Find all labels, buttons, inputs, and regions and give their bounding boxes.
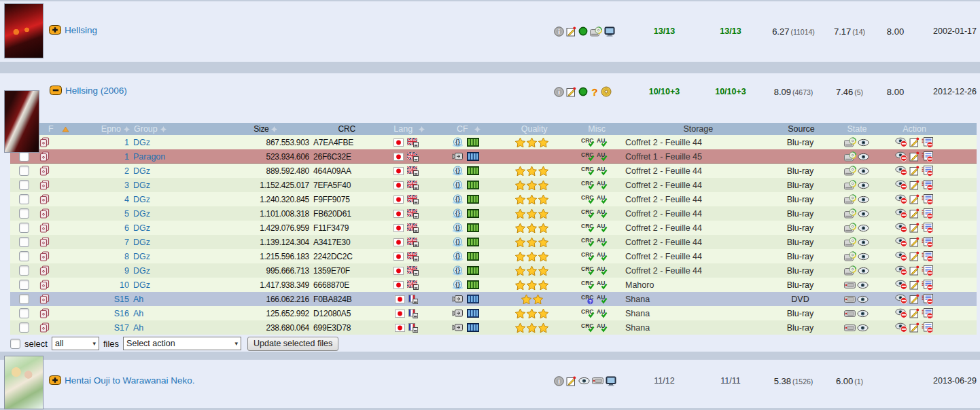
remove-mylist-icon[interactable]	[922, 151, 933, 162]
monitor-icon[interactable]	[604, 26, 615, 37]
release-group-link[interactable]: Paragon	[133, 152, 165, 162]
remove-mylist-icon[interactable]	[922, 223, 933, 234]
remove-mylist-icon[interactable]	[922, 294, 933, 305]
episode-number-link[interactable]: 6	[124, 223, 129, 233]
release-group-link[interactable]: Ah	[133, 295, 143, 304]
release-group-link[interactable]: DGz	[133, 166, 150, 176]
remove-mylist-icon[interactable]	[922, 208, 933, 219]
sort-asc-icon[interactable]	[56, 123, 73, 135]
episode-number-link[interactable]: 5	[124, 209, 129, 219]
green-status-icon[interactable]	[578, 87, 588, 96]
edit-icon[interactable]	[909, 208, 920, 219]
column-header-group[interactable]: Group	[130, 123, 218, 135]
episode-number-link[interactable]: 7	[124, 238, 129, 247]
remove-mylist-icon[interactable]	[922, 237, 933, 248]
hdd-icon[interactable]	[592, 377, 603, 385]
row-select-checkbox[interactable]	[19, 223, 29, 233]
anime-title-link[interactable]: Hentai Ouji to Warawanai Neko.	[65, 375, 195, 386]
row-select-checkbox[interactable]	[19, 208, 29, 219]
block-watch-icon[interactable]	[895, 280, 907, 290]
select-all-checkbox[interactable]	[10, 339, 20, 349]
remove-mylist-icon[interactable]	[922, 322, 933, 333]
minus-expander-icon[interactable]	[50, 86, 62, 95]
column-header-epno[interactable]: Epno	[72, 123, 130, 135]
anime-poster-thumbnail[interactable]	[4, 356, 43, 409]
column-header-crc[interactable]: CRC	[313, 123, 381, 135]
episode-number-link[interactable]: S17	[114, 323, 129, 333]
release-group-link[interactable]: DGz	[133, 209, 150, 219]
plus-expander-icon[interactable]	[49, 375, 61, 385]
edit-icon[interactable]	[909, 194, 920, 204]
episode-number-link[interactable]: 2	[124, 166, 129, 176]
release-group-link[interactable]: DGz	[133, 223, 150, 233]
block-watch-icon[interactable]	[895, 180, 907, 190]
update-selected-files-button[interactable]: Update selected files	[247, 337, 338, 351]
disc-drive-icon[interactable]	[590, 26, 602, 37]
block-watch-icon[interactable]	[895, 265, 907, 276]
release-group-link[interactable]: Ah	[133, 323, 143, 333]
row-select-checkbox[interactable]	[19, 265, 29, 276]
remove-mylist-icon[interactable]	[922, 194, 933, 205]
edit-icon[interactable]	[909, 151, 920, 162]
column-header-lang[interactable]: Lang	[381, 123, 438, 135]
column-header-cf[interactable]: CF	[438, 123, 499, 135]
edit-icon[interactable]	[909, 180, 920, 190]
edit-icon[interactable]	[566, 26, 576, 37]
block-watch-icon[interactable]	[895, 194, 907, 204]
edit-icon[interactable]	[566, 87, 576, 97]
green-status-icon[interactable]	[578, 26, 588, 36]
episode-number-link[interactable]: 10	[120, 280, 129, 290]
row-select-checkbox[interactable]	[19, 166, 29, 176]
info-icon[interactable]: i	[554, 26, 564, 37]
episode-number-link[interactable]: 3	[124, 181, 129, 190]
column-header-action[interactable]: Action	[884, 123, 945, 135]
release-group-link[interactable]: DGz	[133, 252, 150, 261]
release-group-link[interactable]: DGz	[133, 138, 150, 147]
column-header-source[interactable]: Source	[773, 123, 830, 135]
episode-number-link[interactable]: 1	[124, 152, 129, 162]
action-select[interactable]: Select action▾	[123, 337, 241, 350]
episode-number-link[interactable]: S16	[114, 309, 129, 318]
release-group-link[interactable]: DGz	[133, 181, 150, 190]
episode-number-link[interactable]: 9	[124, 266, 129, 276]
monitor-icon[interactable]	[606, 376, 616, 386]
edit-icon[interactable]	[909, 308, 920, 318]
anime-title-link[interactable]: Hellsing (2006)	[65, 86, 127, 96]
block-watch-icon[interactable]	[895, 308, 907, 318]
block-watch-icon[interactable]	[895, 322, 907, 333]
remove-mylist-icon[interactable]	[922, 251, 933, 262]
row-select-checkbox[interactable]	[19, 237, 29, 247]
anime-title-link[interactable]: Hellsing	[65, 25, 97, 35]
anime-poster-thumbnail[interactable]	[4, 90, 39, 153]
edit-icon[interactable]	[909, 265, 920, 276]
edit-icon[interactable]	[909, 251, 920, 261]
info-icon[interactable]: i	[554, 376, 564, 386]
episode-number-link[interactable]: 1	[124, 138, 129, 147]
remove-mylist-icon[interactable]	[922, 137, 933, 148]
row-select-checkbox[interactable]	[19, 294, 29, 304]
question-icon[interactable]: ?	[590, 86, 599, 97]
column-header-storage[interactable]: Storage	[624, 123, 773, 135]
edit-icon[interactable]	[566, 376, 576, 386]
release-group-link[interactable]: Ah	[133, 309, 143, 318]
block-watch-icon[interactable]	[895, 294, 907, 304]
row-select-checkbox[interactable]	[19, 308, 29, 318]
remove-mylist-icon[interactable]	[922, 280, 933, 291]
column-header-state[interactable]: State	[830, 123, 884, 135]
files-scope-select[interactable]: all▾	[52, 337, 99, 350]
gold-disc-icon[interactable]	[601, 86, 612, 97]
episode-number-link[interactable]: S15	[114, 295, 129, 304]
block-watch-icon[interactable]	[895, 237, 907, 247]
edit-icon[interactable]	[909, 237, 920, 247]
block-watch-icon[interactable]	[895, 208, 907, 219]
row-select-checkbox[interactable]	[19, 151, 29, 162]
release-group-link[interactable]: DGz	[133, 266, 150, 276]
edit-icon[interactable]	[909, 223, 920, 233]
block-watch-icon[interactable]	[895, 151, 907, 162]
anime-poster-thumbnail[interactable]	[4, 3, 43, 58]
column-header-misc[interactable]: Misc	[570, 123, 624, 135]
row-select-checkbox[interactable]	[19, 322, 29, 333]
episode-number-link[interactable]: 4	[124, 195, 129, 204]
remove-mylist-icon[interactable]	[922, 308, 933, 319]
block-watch-icon[interactable]	[895, 251, 907, 261]
